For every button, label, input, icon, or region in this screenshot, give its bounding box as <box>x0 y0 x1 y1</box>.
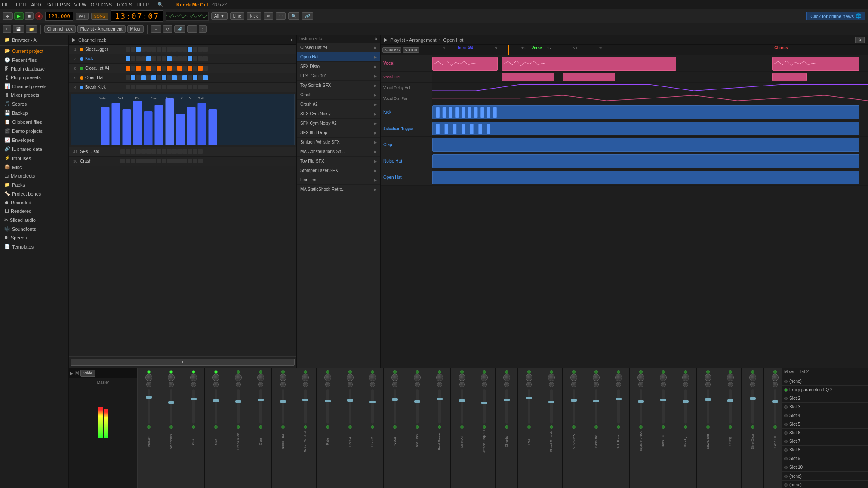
mixer-fader-8[interactable] <box>326 389 329 424</box>
draw-tool[interactable]: ✏ <box>264 12 273 20</box>
online-news-button[interactable]: Click for online news 🌐 <box>806 12 865 20</box>
mixer-fader-3[interactable] <box>215 389 217 424</box>
fx-slot-6[interactable]: Slot 6 <box>782 429 868 437</box>
instrument-ma-const[interactable]: MA Constellations Sh... ▶ <box>297 147 380 157</box>
mixer-thumb-22[interactable] <box>638 400 644 403</box>
instrument-sfx-disto[interactable]: SFX Disto ▶ <box>297 62 380 71</box>
mixer-knob2-12[interactable] <box>415 382 420 387</box>
menu-patterns[interactable]: PATTERNS <box>46 2 70 7</box>
mixer-knob-6[interactable] <box>280 374 286 381</box>
fx-slot-8[interactable]: Slot 8 <box>782 446 868 454</box>
mixer-led2-5[interactable] <box>259 425 262 429</box>
sidebar-item-scores[interactable]: 🎵 Scores <box>0 99 68 108</box>
folder-btn[interactable]: 📁 <box>26 25 37 33</box>
mixer-knob-28[interactable] <box>772 374 779 381</box>
mixer-knob-10[interactable] <box>369 374 376 381</box>
instrument-sfx-8bit[interactable]: SFX 8bit Drop ▶ <box>297 128 380 138</box>
mixer-led2-12[interactable] <box>416 425 419 429</box>
mixer-thumb-11[interactable] <box>392 398 398 401</box>
mixer-knob2-21[interactable] <box>616 382 621 387</box>
mixer-btn[interactable]: Mixer <box>127 25 144 33</box>
mixer-led-19[interactable] <box>572 370 576 374</box>
mixer-knob2-23[interactable] <box>661 382 666 387</box>
instrument-linn-tom[interactable]: Linn Tom ▶ <box>297 175 380 185</box>
mixer-knob-12[interactable] <box>414 374 421 381</box>
mixer-led-10[interactable] <box>371 370 374 374</box>
fx-bottom-slot-2[interactable]: (none) <box>782 481 868 488</box>
mixer-fader-11[interactable] <box>394 389 396 424</box>
mixer-led2-21[interactable] <box>617 425 620 429</box>
mixer-thumb-23[interactable] <box>660 399 666 401</box>
mixer-led-17[interactable] <box>527 370 531 374</box>
mixer-fader-21[interactable] <box>617 389 620 424</box>
instrument-smigen[interactable]: Smigen Whistle SFX ▶ <box>297 138 380 147</box>
mixer-knob-16[interactable] <box>503 374 510 381</box>
mixer-knob2-0[interactable] <box>146 382 151 387</box>
instrument-fls-gun[interactable]: FLS_Gun 001 ▶ <box>297 71 380 81</box>
ch-led-4[interactable] <box>80 76 83 80</box>
mixer-led2-2[interactable] <box>192 425 195 429</box>
mixer-led2-27[interactable] <box>751 425 754 429</box>
mixer-knob2-11[interactable] <box>392 382 397 387</box>
play-button[interactable]: ▶ <box>14 12 24 20</box>
track-content-open-hat[interactable] <box>432 169 868 185</box>
mixer-knob2-17[interactable] <box>526 382 532 387</box>
clip-kick[interactable] <box>432 105 859 119</box>
mixer-knob2-8[interactable] <box>325 382 330 387</box>
mixer-led-1[interactable] <box>169 370 173 374</box>
mixer-knob2-20[interactable] <box>594 382 599 387</box>
mixer-knob-9[interactable] <box>347 374 354 381</box>
mixer-fader-22[interactable] <box>640 389 642 424</box>
mixer-led-11[interactable] <box>393 370 397 374</box>
ch-led-3[interactable] <box>80 67 83 70</box>
mixer-fader-1[interactable] <box>170 389 172 424</box>
sidebar-item-my-projects[interactable]: 🗂 My projects <box>0 172 68 180</box>
mixer-knob2-14[interactable] <box>459 382 465 387</box>
mixer-thumb-5[interactable] <box>258 399 264 401</box>
mixer-thumb-7[interactable] <box>302 399 308 401</box>
mixer-led2-6[interactable] <box>281 425 285 429</box>
tool1[interactable]: → <box>151 25 161 33</box>
mixer-knob2-6[interactable] <box>280 382 286 387</box>
mixer-knob2-10[interactable] <box>370 382 375 387</box>
mixer-fader-20[interactable] <box>595 389 597 424</box>
track-content-kick[interactable] <box>432 104 868 120</box>
sidebar-item-speech[interactable]: 🗣 Speech <box>0 233 68 242</box>
track-content-vocal-delay[interactable] <box>432 83 868 93</box>
clip-vd-3[interactable] <box>772 73 807 81</box>
menu-file[interactable]: FILE <box>2 2 12 7</box>
sidebar-item-misc[interactable]: 📦 Misc <box>0 163 68 172</box>
close-instrument-panel[interactable]: ✕ <box>374 37 378 41</box>
kick-selector[interactable]: Kick <box>247 12 261 20</box>
mixer-thumb-28[interactable] <box>772 400 778 403</box>
mixer-thumb-2[interactable] <box>191 398 197 400</box>
mixer-thumb-3[interactable] <box>213 399 219 402</box>
instrument-crash[interactable]: Crash ▶ <box>297 90 380 100</box>
mixer-thumb-20[interactable] <box>593 400 599 402</box>
mixer-led-5[interactable] <box>259 370 262 374</box>
mixer-led2-13[interactable] <box>438 425 441 429</box>
mixer-thumb-21[interactable] <box>616 398 622 400</box>
mixer-knob2-22[interactable] <box>638 382 643 387</box>
mixer-fader-27[interactable] <box>751 389 754 424</box>
mixer-thumb-12[interactable] <box>414 400 420 403</box>
instrument-stomper[interactable]: Stomper Lazer SFX ▶ <box>297 166 380 175</box>
mixer-led-28[interactable] <box>773 370 777 374</box>
mixer-knob2-4[interactable] <box>236 382 241 387</box>
mixer-knob-3[interactable] <box>212 374 219 381</box>
channel-rack-add[interactable]: + <box>290 37 293 43</box>
mixer-knob2-25[interactable] <box>705 382 711 387</box>
tool5[interactable]: ↕ <box>199 25 207 33</box>
bpm-display[interactable]: 128.000 <box>45 12 73 21</box>
mixer-knob-13[interactable] <box>436 374 443 381</box>
mixer-thumb-10[interactable] <box>369 401 376 403</box>
playlist-btn[interactable]: Playlist - Arrangement <box>77 25 126 33</box>
mixer-thumb-14[interactable] <box>459 399 465 402</box>
sidebar-item-envelopes[interactable]: 📈 Envelopes <box>0 135 68 144</box>
mixer-fader-14[interactable] <box>461 389 463 424</box>
tool4[interactable]: ⬚ <box>187 25 197 33</box>
mixer-led-9[interactable] <box>348 370 352 374</box>
mixer-knob-2[interactable] <box>190 374 197 381</box>
fx-slot-4[interactable]: Slot 4 <box>782 411 868 420</box>
mixer-led-24[interactable] <box>684 370 687 374</box>
